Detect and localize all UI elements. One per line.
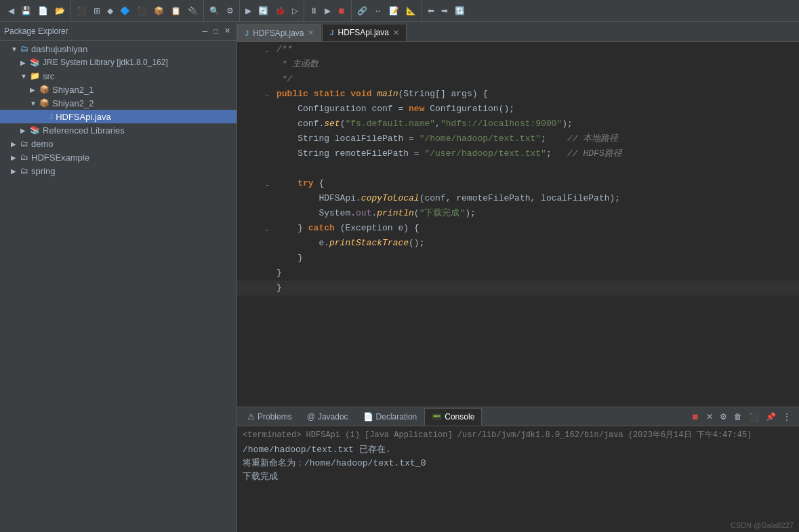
project-icon: 🗂 [20, 139, 28, 148]
tb-btn-2[interactable]: ⊞ [91, 5, 103, 17]
save-button[interactable]: 💾 [18, 5, 34, 17]
sync-button[interactable]: ↔ [371, 5, 385, 17]
console-icon: 📟 [432, 412, 442, 422]
measure-button[interactable]: 📐 [403, 5, 419, 17]
fold-button[interactable]: − [265, 45, 269, 60]
refresh-button[interactable]: 🔄 [255, 5, 271, 17]
arrow-icon: ▼ [30, 100, 39, 107]
sidebar-item-shiyan2-2[interactable]: ▼ 📦 Shiyan2_2 [0, 96, 237, 110]
sidebar-item-demo[interactable]: ▶ 🗂 demo [0, 137, 237, 150]
fold-button[interactable]: − [265, 224, 269, 239]
editor-tab-2[interactable]: J HDFSApi.java ✕ [322, 24, 406, 41]
code-line: String remoteFilePath = "/user/hadoop/te… [237, 146, 799, 161]
project-icon: 🗂 [20, 44, 28, 54]
code-content: /** [276, 42, 799, 57]
bottom-tab-declaration[interactable]: 📄 Declaration [356, 408, 425, 426]
right-panel: J HDFSApi.java ✕ J HDFSApi.java ✕ − /** [237, 22, 799, 532]
back-button[interactable]: ◀ [5, 5, 17, 17]
code-content: try { [276, 176, 799, 191]
tb-btn-7[interactable]: 📋 [168, 5, 184, 17]
nav-back-button[interactable]: ⬅ [425, 5, 437, 17]
bottom-tab-label: Javadoc [318, 412, 348, 422]
tab-close-2[interactable]: ✕ [393, 28, 399, 37]
sidebar-item-src[interactable]: ▼ 📁 src [0, 69, 237, 83]
arrow-icon: ▼ [11, 45, 20, 53]
sidebar-tree: ▼ 🗂 dashujushiyan ▶ 📚 JRE System Library… [0, 41, 237, 532]
code-line: − try { [237, 176, 799, 191]
stop-button[interactable]: ⏹ [335, 5, 348, 17]
tb-search-button[interactable]: 🔍 [207, 5, 222, 17]
debug-button[interactable]: 🐞 [272, 5, 288, 17]
code-content: String remoteFilePath = "/user/hadoop/te… [276, 146, 799, 161]
sidebar-item-jre[interactable]: ▶ 📚 JRE System Library [jdk1.8.0_162] [0, 56, 237, 69]
bottom-tab-javadoc[interactable]: @ Javadoc [300, 408, 356, 426]
editor-tab-1[interactable]: J HDFSApi.java ✕ [237, 24, 321, 41]
bottom-tab-console[interactable]: 📟 Console [424, 408, 482, 426]
sidebar-item-spring[interactable]: ▶ 🗂 spring [0, 164, 237, 178]
sidebar-close-btn[interactable]: ✕ [222, 26, 232, 36]
nav-forward-button[interactable]: ➡ [438, 5, 451, 17]
fold-button[interactable]: − [265, 89, 269, 104]
tb-btn-8[interactable]: 🔌 [185, 5, 201, 17]
code-editor[interactable]: − /** * 主函数 */ − public s [237, 42, 799, 407]
code-line: HDFSApi.copyToLocal(conf, remoteFilePath… [237, 191, 799, 206]
nav-history-button[interactable]: 🔃 [452, 5, 468, 17]
open-button[interactable]: 📂 [52, 5, 68, 17]
sidebar-item-dashujushiyan[interactable]: ▼ 🗂 dashujushiyan [0, 42, 237, 56]
console-clear-button[interactable]: 🗑 [731, 411, 745, 423]
library-icon: 📚 [30, 125, 40, 135]
code-content: */ [276, 72, 799, 87]
bottom-tab-label: Declaration [376, 412, 417, 422]
bottom-tab-problems[interactable]: ⚠ Problems [240, 408, 300, 426]
code-line: */ [237, 72, 799, 87]
run-last-button[interactable]: ▷ [289, 5, 301, 17]
main-area: Package Explorer ─ □ ✕ ▼ 🗂 dashujushiyan… [0, 22, 799, 532]
annotate-button[interactable]: 📝 [386, 5, 402, 17]
arrow-icon: ▶ [11, 154, 20, 161]
console-stop-button[interactable]: ⏹ [689, 411, 702, 423]
tab-close-1[interactable]: ✕ [308, 28, 314, 37]
sidebar-maximize-btn[interactable]: □ [211, 26, 220, 36]
console-more-button[interactable]: ⋮ [780, 411, 794, 423]
console-wrapper: <terminated> HDFSApi (1) [Java Applicati… [237, 426, 799, 532]
link-button[interactable]: 🔗 [354, 5, 370, 17]
tb-btn-6[interactable]: 📦 [151, 5, 167, 17]
bottom-tab-label: Console [445, 412, 474, 422]
resume-button[interactable]: ▶ [322, 5, 333, 17]
run-button[interactable]: ▶ [243, 5, 254, 17]
sidebar-item-shiyan2-1[interactable]: ▶ 📦 Shiyan2_1 [0, 83, 237, 96]
console-terminate-button[interactable]: ✕ [703, 411, 716, 423]
new-file-button[interactable]: 📄 [35, 5, 51, 17]
folder-icon: 📁 [30, 71, 40, 81]
console-output-area: <terminated> HDFSApi (1) [Java Applicati… [237, 426, 799, 532]
tb-btn-5[interactable]: ⬛ [134, 5, 150, 17]
toolbar-group-1: ◀ 💾 📄 📂 [3, 0, 71, 21]
sidebar-minimize-btn[interactable]: ─ [201, 26, 210, 36]
suspend-button[interactable]: ⏸ [307, 5, 321, 17]
project-icon: 🗂 [20, 152, 28, 162]
tb-btn-3[interactable]: ◆ [104, 5, 116, 17]
sidebar-item-hdfsexample[interactable]: ▶ 🗂 HDFSExample [0, 150, 237, 164]
bottom-panel: ⚠ Problems @ Javadoc 📄 Declaration 📟 Con… [237, 407, 799, 532]
sidebar-item-reflib[interactable]: ▶ 📚 Referenced Libraries [0, 123, 237, 137]
console-header: <terminated> HDFSApi (1) [Java Applicati… [243, 429, 794, 441]
sidebar-item-label: JRE System Library [jdk1.8.0_162] [43, 58, 168, 67]
tb-btn-4[interactable]: 🔷 [117, 5, 133, 17]
arrow-icon: ▶ [11, 140, 20, 148]
console-pin-button[interactable]: 📌 [763, 411, 779, 423]
toolbar-group-3: 🔍 ⚙ [204, 0, 240, 21]
code-content: } [276, 281, 799, 295]
tb-settings-button[interactable]: ⚙ [224, 5, 237, 17]
sidebar-item-hdfsapi[interactable]: J HDFSApi.java [0, 110, 237, 123]
code-content: String localFilePath = "/home/hadoop/tex… [276, 131, 799, 146]
javadoc-icon: @ [307, 412, 315, 422]
arrow-icon: ▶ [30, 86, 39, 94]
code-content: } [276, 251, 799, 266]
bottom-tab-label: Problems [258, 412, 292, 422]
code-line: − /** [237, 42, 799, 57]
console-filter-button[interactable]: ⬛ [746, 411, 762, 423]
fold-button[interactable]: − [265, 179, 269, 194]
tb-btn-1[interactable]: ⬛ [74, 5, 89, 17]
console-settings-button[interactable]: ⚙ [717, 411, 730, 423]
code-content: e.printStackTrace(); [276, 236, 799, 251]
